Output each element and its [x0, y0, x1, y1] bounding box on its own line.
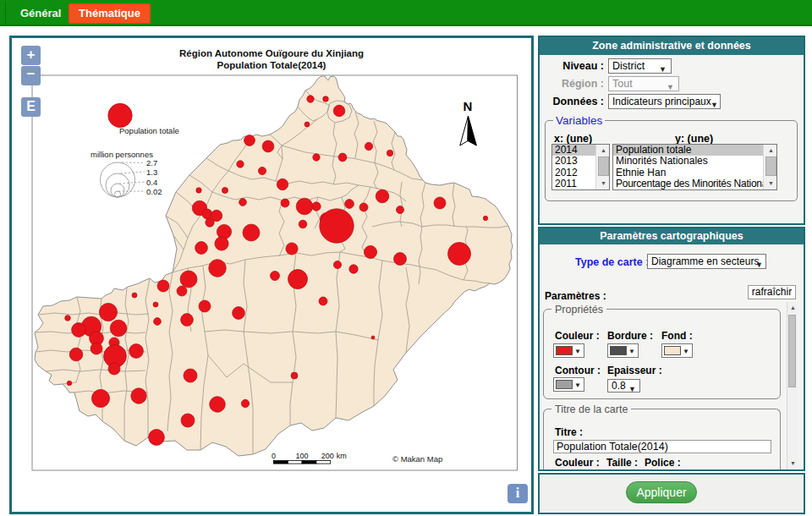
svg-text:Population totale: Population totale [119, 126, 179, 135]
svg-text:0.4: 0.4 [146, 178, 157, 187]
svg-text:0.02: 0.02 [146, 187, 162, 196]
svg-text:0: 0 [272, 452, 276, 460]
svg-text:© Makan Map: © Makan Map [392, 454, 442, 464]
svg-text:N: N [464, 99, 473, 113]
svg-text:2.7: 2.7 [146, 158, 157, 167]
svg-text:200: 200 [321, 452, 334, 460]
svg-text:million personnes: million personnes [91, 150, 153, 159]
svg-text:km: km [337, 452, 347, 460]
svg-text:100: 100 [296, 452, 309, 460]
svg-text:1.3: 1.3 [146, 167, 157, 177]
